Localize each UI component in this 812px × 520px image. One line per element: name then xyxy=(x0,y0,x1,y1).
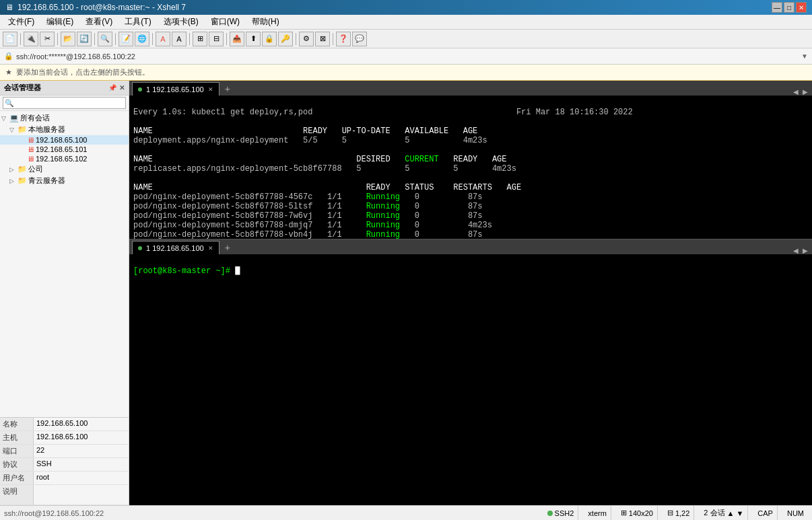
upper-tab-close-icon[interactable]: ✕ xyxy=(208,86,213,93)
menu-bar: 文件(F) 编辑(E) 查看(V) 工具(T) 选项卡(B) 窗口(W) 帮助(… xyxy=(0,15,812,30)
tree-item-cloud-servers[interactable]: ▷ 📁 青云服务器 xyxy=(0,175,129,186)
sidebar-title: 会话管理器 xyxy=(4,83,41,93)
menu-window[interactable]: 窗口(W) xyxy=(205,15,245,29)
new-session-button[interactable]: 📄 xyxy=(3,32,18,46)
address-text: ssh://root:******@192.168.65.100:22 xyxy=(16,52,799,61)
term-section1-header: NAME READY UP-TO-DATE AVAILABLE AGE xyxy=(133,126,477,136)
expand-cloud-icon: ▷ xyxy=(9,178,18,184)
sessions-up-icon[interactable]: ▲ xyxy=(727,509,735,517)
info-row-name: 名称 192.168.65.100 xyxy=(0,418,129,431)
title-bar-right: — □ ✕ xyxy=(772,2,807,13)
status-size: ⊞ 140x20 xyxy=(617,506,658,520)
term-watch-cmd: Every 1.0s: kubectl get deploy,rs,pod Fr… xyxy=(133,108,633,117)
status-ssh-label: SSH2 xyxy=(555,509,574,517)
connect-button[interactable]: 🔌 xyxy=(24,32,38,46)
sessions-down-icon[interactable]: ▼ xyxy=(736,509,743,517)
upper-tab-nav-left-icon[interactable]: ◀ xyxy=(792,88,800,96)
upper-tab-label: 1 192.168.65.100 xyxy=(146,85,204,94)
lower-terminal-content[interactable]: [root@k8s-master ~]# █ xyxy=(129,254,812,505)
server-100-label: 192.168.65.100 xyxy=(36,136,87,144)
hint-bar: ★ 要添加当前会话，点击左侧的箭头按钮。 xyxy=(0,65,812,81)
upload-button[interactable]: ⬆ xyxy=(246,32,261,46)
info-val-protocol: SSH xyxy=(34,458,55,471)
status-pos-label: 1,22 xyxy=(675,509,689,517)
help-button[interactable]: ❓ xyxy=(336,32,351,46)
settings-button[interactable]: ⚙ xyxy=(299,32,314,46)
compose-button[interactable]: 📝 xyxy=(119,32,133,46)
key-button[interactable]: 🔑 xyxy=(278,32,293,46)
terminal-panes: 1 192.168.65.100 ✕ + ◀ ▶ Every 1.0s: kub… xyxy=(129,81,812,505)
title-bar: 🖥 192.168.65.100 - root@k8s-master:~ - X… xyxy=(0,0,812,15)
term-deploy-row: deployment.apps/nginx-deployment 5/5 5 5… xyxy=(133,136,487,145)
info-val-note xyxy=(34,485,39,505)
upper-tab-add-button[interactable]: + xyxy=(221,82,234,96)
split-button[interactable]: ⊠ xyxy=(315,32,330,46)
info-row-protocol: 协议 SSH xyxy=(0,458,129,472)
sidebar-tree: ▽ 💻 所有会话 ▽ 📁 本地服务器 🖥 192.168.65.100 🖥 19… xyxy=(0,111,129,417)
server-100-icon: 🖥 xyxy=(27,136,34,144)
status-pos: ⊟ 1,22 xyxy=(663,506,694,520)
zoom-button[interactable]: ⊞ xyxy=(193,32,207,46)
upper-tab-1[interactable]: 1 192.168.65.100 ✕ xyxy=(132,82,219,96)
lower-tab-1[interactable]: 1 192.168.65.100 ✕ xyxy=(132,241,219,254)
expand-all-sessions-icon: ▽ xyxy=(1,115,9,122)
status-path: ssh://root@192.168.65.100:22 xyxy=(4,509,104,517)
font-button[interactable]: A xyxy=(172,32,187,46)
menu-help[interactable]: 帮助(H) xyxy=(246,15,285,29)
sidebar-pin-icon[interactable]: 📌 xyxy=(108,84,116,91)
status-ssh: SSH2 xyxy=(543,506,579,520)
tree-item-server-101[interactable]: 🖥 192.168.65.101 xyxy=(0,145,129,154)
tree-item-all-sessions[interactable]: ▽ 💻 所有会话 xyxy=(0,112,129,124)
tree-item-server-102[interactable]: 🖥 192.168.65.102 xyxy=(0,154,129,163)
disconnect-button[interactable]: ✂ xyxy=(40,32,55,46)
open-button[interactable]: 📂 xyxy=(61,32,75,46)
maximize-button[interactable]: □ xyxy=(784,2,794,13)
layout-button[interactable]: ⊟ xyxy=(209,32,224,46)
color-button[interactable]: A xyxy=(156,32,170,46)
chat-button[interactable]: 💬 xyxy=(352,32,367,46)
server-102-icon: 🖥 xyxy=(27,155,34,163)
sidebar-search-input[interactable] xyxy=(3,97,126,109)
lower-tab-nav-left-icon[interactable]: ◀ xyxy=(792,247,800,254)
globe-button[interactable]: 🌐 xyxy=(135,32,149,46)
term-prompt: [root@k8s-master ~]# █ xyxy=(133,266,240,276)
status-term-label: xterm xyxy=(588,509,607,517)
upper-tab-nav-right-icon[interactable]: ▶ xyxy=(801,88,809,96)
upper-terminal-content[interactable]: Every 1.0s: kubectl get deploy,rs,pod Fr… xyxy=(129,96,812,239)
info-row-note: 说明 xyxy=(0,485,129,505)
transfer-button[interactable]: 📤 xyxy=(230,32,244,46)
pos-icon: ⊟ xyxy=(667,509,673,517)
info-val-port: 22 xyxy=(34,445,47,457)
lower-tab-close-icon[interactable]: ✕ xyxy=(208,245,213,252)
close-button[interactable]: ✕ xyxy=(796,2,807,13)
menu-file[interactable]: 文件(F) xyxy=(3,15,40,29)
menu-tabs[interactable]: 选项卡(B) xyxy=(158,15,204,29)
lower-tab-nav-right-icon[interactable]: ▶ xyxy=(801,247,809,254)
lower-tab-add-button[interactable]: + xyxy=(221,241,234,254)
all-sessions-label: 所有会话 xyxy=(20,113,50,123)
sidebar-close-icon[interactable]: ✕ xyxy=(119,84,125,91)
reconnect-button[interactable]: 🔄 xyxy=(77,32,92,46)
minimize-button[interactable]: — xyxy=(772,2,782,13)
company-label: 公司 xyxy=(28,164,43,174)
status-sessions: 2 会话 ▲ ▼ xyxy=(700,506,748,520)
lock-button[interactable]: 🔒 xyxy=(262,32,277,46)
sidebar-search xyxy=(0,96,129,111)
term-pod-row-4: pod/nginx-deployment-5cb8f67788-dmjq7 1/… xyxy=(133,221,492,230)
menu-tools[interactable]: 工具(T) xyxy=(119,15,156,29)
menu-edit[interactable]: 编辑(E) xyxy=(41,15,79,29)
search-button[interactable]: 🔍 xyxy=(98,32,112,46)
info-key-protocol: 协议 xyxy=(0,458,34,471)
tree-item-server-100[interactable]: 🖥 192.168.65.100 xyxy=(0,135,129,145)
sidebar-header-icons: 📌 ✕ xyxy=(108,84,125,91)
info-panel: 名称 192.168.65.100 主机 192.168.65.100 端口 2… xyxy=(0,417,129,505)
tree-item-company[interactable]: ▷ 📁 公司 xyxy=(0,163,129,175)
menu-view[interactable]: 查看(V) xyxy=(80,15,118,29)
terminal-area: 1 192.168.65.100 ✕ + ◀ ▶ Every 1.0s: kub… xyxy=(129,81,812,505)
terminal-pane-upper: 1 192.168.65.100 ✕ + ◀ ▶ Every 1.0s: kub… xyxy=(129,81,812,239)
toolbar: 📄 🔌 ✂ 📂 🔄 🔍 📝 🌐 A A ⊞ ⊟ 📤 ⬆ 🔒 🔑 ⚙ ⊠ ❓ 💬 xyxy=(0,30,812,48)
tree-item-local-servers[interactable]: ▽ 📁 本地服务器 xyxy=(0,124,129,135)
address-dropdown-icon[interactable]: ▼ xyxy=(801,52,808,60)
all-sessions-icon: 💻 xyxy=(9,114,19,122)
status-bar: ssh://root@192.168.65.100:22 SSH2 xterm … xyxy=(0,505,812,520)
